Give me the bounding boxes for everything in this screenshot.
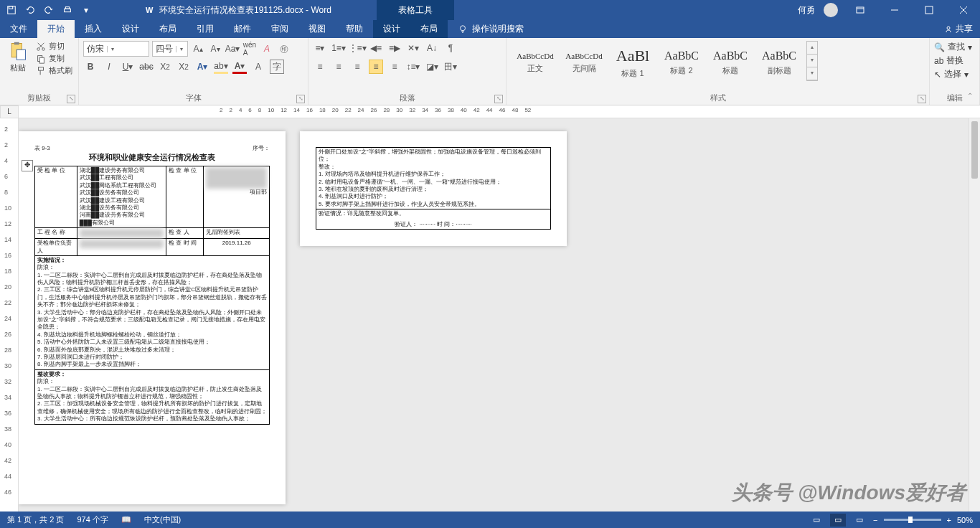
save-icon[interactable] <box>3 1 20 19</box>
user-name[interactable]: 何勇 <box>798 4 815 16</box>
tab-table-design[interactable]: 设计 <box>373 20 410 38</box>
sort-icon[interactable]: A↓ <box>425 41 439 55</box>
bold-icon[interactable]: B <box>83 60 98 74</box>
style-item[interactable]: AaBbC副标题 <box>755 41 803 84</box>
ruler-vertical[interactable]: 2246810121416182022242628303234363840424… <box>0 118 19 512</box>
italic-icon[interactable]: I <box>102 60 116 74</box>
minimize-icon[interactable] <box>878 0 911 20</box>
qa-customize-icon[interactable]: ▾ <box>77 1 95 19</box>
tab-help[interactable]: 帮助 <box>336 20 373 38</box>
page-indicator[interactable]: 第 1 页，共 2 页 <box>7 514 64 525</box>
style-item[interactable]: AaBbCcDd正文 <box>512 41 559 84</box>
tab-table-layout[interactable]: 布局 <box>410 20 448 38</box>
tab-references[interactable]: 引用 <box>187 20 224 38</box>
styles-more-icon[interactable]: ▴▾▾ <box>806 41 818 81</box>
decrease-indent-icon[interactable]: ◀≡ <box>369 41 383 55</box>
asian-layout-icon[interactable]: ✕▾ <box>406 41 420 55</box>
language-indicator[interactable]: 中文(中国) <box>144 514 181 525</box>
borders-icon[interactable]: 田▾ <box>443 60 458 74</box>
launcher-icon[interactable]: ⤡ <box>918 95 926 103</box>
replace-button[interactable]: ab替换 <box>934 55 975 67</box>
page-2[interactable]: 外侧开口处加设"之"字斜撑，增强外架稳固性；加强临电设施设备管理，每日巡检必须到… <box>300 131 567 246</box>
user-avatar[interactable] <box>824 3 838 17</box>
multilevel-icon[interactable]: ⋮≡▾ <box>350 41 364 55</box>
align-distribute-icon[interactable]: ≡ <box>387 60 402 74</box>
read-mode-icon[interactable]: ▭ <box>809 514 824 527</box>
line-spacing-icon[interactable]: ↕≡▾ <box>406 60 420 74</box>
share-button[interactable]: 共享 <box>944 20 973 38</box>
style-item[interactable]: AaBbCcDd无间隔 <box>560 41 608 84</box>
change-case-icon[interactable]: Aa▾ <box>225 42 240 56</box>
ruler-corner[interactable]: L <box>0 105 19 118</box>
shrink-font-icon[interactable]: A▾ <box>208 42 222 56</box>
print-layout-icon[interactable]: ▭ <box>830 514 846 527</box>
zoom-level[interactable]: 50% <box>957 516 973 524</box>
scrollbar-thumb[interactable] <box>971 121 978 179</box>
tell-me-search[interactable]: 操作说明搜索 <box>448 20 534 38</box>
select-button[interactable]: ↖选择▾ <box>934 68 975 80</box>
format-painter-button[interactable]: 格式刷 <box>36 65 72 76</box>
tab-review[interactable]: 审阅 <box>261 20 298 38</box>
tab-home[interactable]: 开始 <box>37 20 75 38</box>
style-item[interactable]: AaBbC标题 2 <box>658 41 705 84</box>
word-count[interactable]: 974 个字 <box>77 514 108 525</box>
align-right-icon[interactable]: ≡ <box>350 60 364 74</box>
increase-indent-icon[interactable]: ≡▶ <box>387 41 402 55</box>
font-size-combo[interactable]: 四号▾ <box>152 41 188 57</box>
zoom-out-icon[interactable]: − <box>873 516 877 524</box>
find-button[interactable]: 🔍查找▾ <box>934 41 975 53</box>
page-1[interactable]: ✥ 表 9-3 序号： 环境和职业健康安全运行情况检查表 受 检 单 位 湖北█… <box>19 131 286 504</box>
spellcheck-icon[interactable]: 📖 <box>121 515 131 524</box>
launcher-icon[interactable]: ⤡ <box>67 95 75 103</box>
ruler-horizontal[interactable]: 2246810121416182022242628303234363840424… <box>19 105 980 118</box>
tab-insert[interactable]: 插入 <box>75 20 112 38</box>
tab-mailings[interactable]: 邮件 <box>224 20 261 38</box>
align-justify-icon[interactable]: ≡ <box>369 60 383 74</box>
clear-format-icon[interactable]: A <box>260 42 274 56</box>
enclose-char-icon[interactable]: ㊞ <box>277 42 291 56</box>
document-canvas[interactable]: ✥ 表 9-3 序号： 环境和职业健康安全运行情况检查表 受 检 单 位 湖北█… <box>19 118 969 512</box>
char-border-icon[interactable]: 字 <box>270 60 284 74</box>
zoom-slider[interactable] <box>884 519 941 521</box>
align-center-icon[interactable]: ≡ <box>331 60 346 74</box>
launcher-icon[interactable]: ⤡ <box>296 95 305 103</box>
web-layout-icon[interactable]: ▭ <box>852 514 867 527</box>
highlight-icon[interactable]: ab▾ <box>214 60 228 74</box>
undo-icon[interactable] <box>22 1 39 19</box>
superscript-icon[interactable]: X2 <box>176 60 191 74</box>
vertical-scrollbar[interactable] <box>969 118 980 512</box>
launcher-icon[interactable]: ⤡ <box>494 95 503 103</box>
font-color-icon[interactable]: A▾ <box>232 60 247 74</box>
tab-file[interactable]: 文件 <box>0 20 37 38</box>
tab-design[interactable]: 设计 <box>112 20 149 38</box>
collapse-ribbon-icon[interactable]: ⌃ <box>967 92 977 102</box>
shading-icon[interactable]: ◪▾ <box>425 60 439 74</box>
paste-button[interactable]: 粘贴 <box>4 41 32 76</box>
zoom-in-icon[interactable]: + <box>947 516 951 524</box>
tab-view[interactable]: 视图 <box>298 20 336 38</box>
strikethrough-icon[interactable]: abc <box>139 60 154 74</box>
close-icon[interactable] <box>947 0 980 20</box>
text-effects-icon[interactable]: A▾ <box>195 60 209 74</box>
maximize-icon[interactable] <box>913 0 946 20</box>
quickprint-icon[interactable] <box>59 1 76 19</box>
show-marks-icon[interactable]: ¶ <box>443 41 458 55</box>
underline-icon[interactable]: U▾ <box>121 60 135 74</box>
table-anchor-icon[interactable]: ✥ <box>22 160 33 171</box>
style-item[interactable]: AaBl标题 1 <box>609 41 656 84</box>
doc-table[interactable]: 受 检 单 位 湖北██建设劳务有限公司武汉██工程有限公司武汉██网络系统工程… <box>34 166 270 425</box>
ribbon-display-icon[interactable] <box>844 0 877 20</box>
subscript-icon[interactable]: X2 <box>158 60 172 74</box>
redo-icon[interactable] <box>40 1 57 19</box>
tab-layout[interactable]: 布局 <box>149 20 187 38</box>
font-name-combo[interactable]: 仿宋▾ <box>83 41 149 57</box>
bullets-icon[interactable]: ≡▾ <box>313 41 327 55</box>
phonetic-guide-icon[interactable]: wénA <box>242 42 257 56</box>
copy-button[interactable]: 复制 <box>36 53 72 64</box>
cut-button[interactable]: 剪切 <box>36 41 72 52</box>
numbering-icon[interactable]: 1≡▾ <box>331 41 346 55</box>
char-shading-icon[interactable]: A <box>251 60 265 74</box>
style-item[interactable]: AaBbC标题 <box>707 41 754 84</box>
grow-font-icon[interactable]: A▴ <box>191 42 205 56</box>
align-left-icon[interactable]: ≡ <box>313 60 327 74</box>
